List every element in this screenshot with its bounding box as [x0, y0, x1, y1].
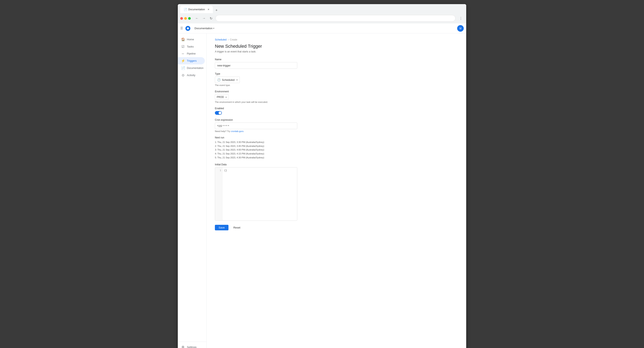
tab-close-icon[interactable]: ✕: [208, 8, 210, 11]
tasks-icon: ☑: [181, 45, 185, 48]
next-run-group: Next run 1: Thu, 21 Sep 2023, 3:30 PM (A…: [215, 136, 297, 160]
sidebar-item-label: Settings: [187, 346, 196, 348]
app-logo: [186, 26, 190, 31]
next-run-item: 2: Thu, 21 Sep 2023, 3:45 PM (Australia/…: [215, 144, 297, 148]
breadcrumb-separator: ›: [228, 38, 229, 41]
environment-value: PROD: [217, 96, 224, 99]
sidebar-item-home[interactable]: 🏠 Home: [178, 36, 205, 43]
enabled-field-group: Enabled: [215, 107, 297, 115]
trigger-form: Name Type 🕐 Scheduled ▾ The event type.: [215, 58, 297, 230]
reset-button[interactable]: Reset: [230, 225, 243, 230]
save-button[interactable]: Save: [215, 225, 228, 230]
enabled-label: Enabled: [215, 107, 297, 110]
sidebar-item-tasks[interactable]: ☑ Tasks: [178, 43, 205, 50]
content-area: Scheduled › Create New Scheduled Trigger…: [207, 33, 466, 348]
cron-field-group: Cron expression Need help? Try crontab.g…: [215, 119, 297, 133]
sidebar: 🏠 Home ☑ Tasks ↔ Pipeline ⚡ Triggers 📄: [178, 33, 207, 348]
avatar[interactable]: U: [457, 25, 464, 32]
window-minimize-button[interactable]: [184, 17, 187, 20]
code-editor[interactable]: 1 {}: [215, 167, 297, 221]
type-label: Type: [215, 72, 297, 75]
sidebar-item-label: Home: [187, 38, 194, 41]
type-chevron-icon: ▾: [236, 79, 238, 81]
reload-button[interactable]: ↻: [208, 15, 214, 21]
next-runs-list: 1: Thu, 21 Sep 2023, 3:30 PM (Australia/…: [215, 140, 297, 160]
enabled-toggle[interactable]: [215, 111, 222, 115]
sidebar-item-settings[interactable]: ⚙ Settings: [178, 344, 205, 348]
breadcrumb-current: Create: [230, 38, 237, 41]
window-maximize-button[interactable]: [188, 17, 191, 20]
breadcrumb: Scheduled › Create: [215, 38, 458, 41]
active-tab[interactable]: 📄 Documentation ✕: [180, 6, 213, 13]
environment-label: Environment: [215, 90, 297, 93]
sidebar-item-documentation[interactable]: 📄 Documentation: [178, 64, 205, 72]
activity-icon: ⊙: [181, 73, 185, 77]
type-hint: The event type.: [215, 84, 297, 86]
environment-selector[interactable]: PROD ▾: [215, 94, 228, 100]
breadcrumb-parent[interactable]: Scheduled: [215, 38, 226, 41]
window-close-button[interactable]: [180, 17, 183, 20]
cron-input[interactable]: [215, 123, 297, 129]
form-actions: Save Reset: [215, 225, 297, 230]
name-label: Name: [215, 58, 297, 61]
forward-button[interactable]: →: [201, 15, 207, 21]
next-run-item: 1: Thu, 21 Sep 2023, 3:30 PM (Australia/…: [215, 140, 297, 144]
sidebar-item-label: Triggers: [187, 59, 196, 62]
home-icon: 🏠: [181, 37, 185, 41]
initial-data-content: {}: [224, 169, 227, 172]
app-grid-icon[interactable]: ⠿: [180, 26, 183, 31]
type-selector[interactable]: 🕐 Scheduled ▾: [215, 76, 240, 83]
browser-menu-button[interactable]: ⋮: [458, 15, 464, 21]
next-run-label: Next run: [215, 136, 297, 139]
settings-icon: ⚙: [181, 345, 185, 348]
clock-icon: 🕐: [217, 78, 221, 81]
name-field-group: Name: [215, 58, 297, 69]
documentation-icon: 📄: [181, 66, 185, 70]
cron-help-link[interactable]: crontab.guru: [231, 130, 244, 133]
next-run-item: 3: Thu, 21 Sep 2023, 4:00 PM (Australia/…: [215, 148, 297, 152]
workspace-chevron-icon: ▾: [213, 27, 214, 29]
cron-hint: Need help? Try crontab.guru: [215, 130, 297, 133]
sidebar-item-activity[interactable]: ⊙ Activity: [178, 72, 205, 79]
initial-data-group: Initial Data 1 {}: [215, 163, 297, 221]
env-chevron-icon: ▾: [226, 96, 226, 98]
sidebar-item-label: Activity: [187, 74, 195, 77]
workspace-selector[interactable]: Documentation ▾: [193, 26, 216, 31]
sidebar-item-label: Tasks: [187, 45, 194, 48]
code-editor-content[interactable]: {}: [222, 168, 297, 220]
type-field-group: Type 🕐 Scheduled ▾ The event type.: [215, 72, 297, 86]
next-run-item: 5: Thu, 21 Sep 2023, 4:30 PM (Australia/…: [215, 156, 297, 160]
sidebar-item-triggers[interactable]: ⚡ Triggers: [178, 57, 205, 64]
sidebar-item-label: Documentation: [187, 67, 204, 69]
environment-hint: The environment in which your task will …: [215, 101, 297, 103]
back-button[interactable]: ←: [194, 15, 200, 21]
type-value: Scheduled: [222, 78, 234, 81]
address-bar[interactable]: [216, 15, 456, 22]
workspace-name: Documentation: [194, 27, 212, 30]
page-title: New Scheduled Trigger: [215, 44, 458, 49]
name-input[interactable]: [215, 62, 297, 69]
page-subtitle: A trigger is an event that starts a task…: [215, 50, 458, 53]
new-tab-button[interactable]: +: [214, 7, 220, 13]
sidebar-item-pipeline[interactable]: ↔ Pipeline: [178, 50, 205, 57]
initial-data-label: Initial Data: [215, 163, 297, 166]
pipeline-icon: ↔: [181, 52, 185, 55]
next-run-item: 4: Thu, 21 Sep 2023, 4:15 PM (Australia/…: [215, 152, 297, 156]
environment-field-group: Environment PROD ▾ The environment in wh…: [215, 90, 297, 103]
tab-title: Documentation: [188, 8, 205, 11]
triggers-icon: ⚡: [181, 59, 185, 63]
code-editor-gutter: 1: [215, 168, 222, 220]
cron-label: Cron expression: [215, 119, 297, 121]
sidebar-item-label: Pipeline: [187, 52, 196, 55]
